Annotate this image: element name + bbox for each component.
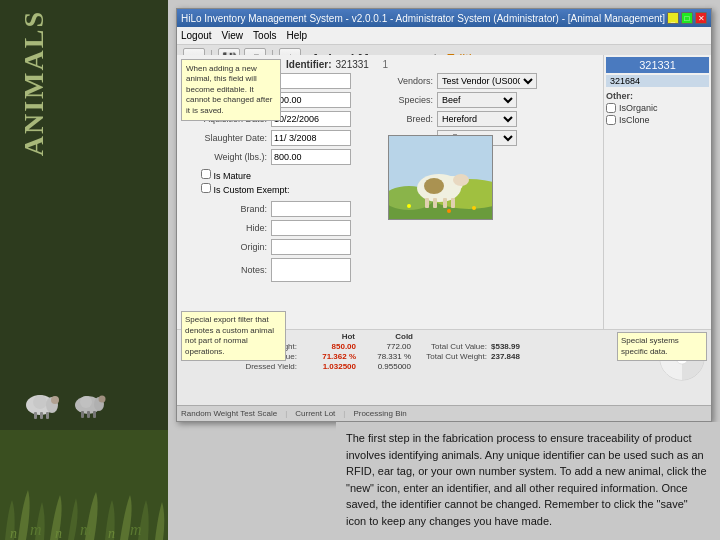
dressed-yield-hot: 1.032500 — [301, 362, 356, 371]
breed-row: Breed: Hereford — [387, 111, 599, 127]
brand-input[interactable] — [271, 201, 351, 217]
window-title: HiLo Inventory Management System - v2.0.… — [181, 13, 667, 24]
animal-image — [388, 135, 493, 220]
special-note-right-text: Special systems specific data. — [621, 336, 679, 355]
weight-input[interactable] — [271, 149, 351, 165]
svg-rect-6 — [46, 412, 49, 419]
nais-input[interactable] — [271, 73, 351, 89]
svg-point-28 — [453, 174, 469, 186]
notes-textarea[interactable] — [271, 258, 351, 282]
is-clone-checkbox[interactable] — [606, 115, 616, 125]
origin-row: Origin: — [181, 239, 381, 255]
identifier-row: Identifier: 321331 1 — [286, 59, 599, 70]
sheep-icon-1 — [20, 390, 60, 420]
sheep-icon-2 — [68, 390, 108, 420]
svg-point-8 — [80, 396, 92, 408]
slaughter-date-row: Slaughter Date: — [181, 130, 381, 146]
menu-item-tools[interactable]: Tools — [253, 30, 276, 41]
menu-item-help[interactable]: Help — [286, 30, 307, 41]
svg-point-3 — [51, 396, 59, 404]
is-mature-checkbox[interactable] — [201, 169, 211, 179]
origin-input[interactable] — [271, 239, 351, 255]
breed-label: Breed: — [387, 114, 437, 124]
svg-text:n: n — [55, 526, 62, 540]
species-row: Species: Beef — [387, 92, 599, 108]
is-organic-row: IsOrganic — [606, 103, 709, 113]
species-label: Species: — [387, 95, 437, 105]
svg-rect-32 — [443, 198, 447, 208]
total-carcass-hot: 850.00 — [301, 342, 356, 351]
svg-point-34 — [407, 204, 411, 208]
brand-row: Brand: — [181, 201, 381, 217]
svg-rect-5 — [40, 412, 43, 419]
other-label: Other: — [606, 91, 709, 101]
hot-header: Hot — [297, 332, 355, 341]
svg-point-35 — [472, 206, 476, 210]
total-cut-value-label: Total Cut Value: — [411, 342, 491, 351]
close-button[interactable]: ✕ — [695, 12, 707, 24]
title-bar: HiLo Inventory Management System - v2.0.… — [177, 9, 711, 27]
weight-row: Weight (lbs.): — [181, 149, 381, 165]
total-red-meat-cold: 78.331 % — [356, 352, 411, 361]
svg-text:n: n — [108, 526, 115, 540]
is-clone-row: IsClone — [606, 115, 709, 125]
svg-text:m: m — [80, 521, 92, 538]
is-clone-label: IsClone — [619, 115, 650, 125]
vendors-row: Vendors: Test Vendor (US00001 — [387, 73, 599, 89]
tooltip-text: When adding a new animal, this field wil… — [186, 64, 272, 115]
cold-header: Cold — [355, 332, 413, 341]
notes-label: Notes: — [181, 265, 271, 275]
totals-row-3: Dressed Yield: 1.032500 0.955000 — [181, 362, 707, 371]
species-select[interactable]: Beef — [437, 92, 517, 108]
tooltip-new-animal: When adding a new animal, this field wil… — [181, 59, 281, 121]
svg-rect-13 — [93, 411, 96, 418]
identifier-value: 321331 — [336, 59, 369, 70]
status-item-1: Random Weight Test Scale — [181, 409, 277, 418]
app-window: HiLo Inventory Management System - v2.0.… — [176, 8, 712, 422]
title-bar-buttons: _ □ ✕ — [667, 12, 707, 24]
form-right-col: Vendors: Test Vendor (US00001 Species: B… — [387, 73, 599, 285]
slaughter-date-input[interactable] — [271, 130, 351, 146]
menu-bar: Logout View Tools Help — [177, 27, 711, 45]
total-red-meat-hot: 71.362 % — [301, 352, 356, 361]
is-custom-exempt-row: Is Custom Exempt: — [181, 183, 381, 195]
special-note-text: Special export filter that denotes a cus… — [185, 315, 274, 355]
svg-rect-30 — [425, 198, 429, 208]
vendors-select[interactable]: Test Vendor (US00001 — [437, 73, 537, 89]
animal-id-field: 1 — [377, 59, 388, 70]
identifier-label: Identifier: — [286, 59, 332, 70]
brand-section: Brand: Hide: Origin: Notes: — [181, 201, 381, 282]
svg-text:m: m — [30, 521, 42, 538]
maximize-button[interactable]: □ — [681, 12, 693, 24]
aquisition-date-input[interactable] — [271, 111, 351, 127]
status-sep-2: | — [343, 409, 345, 418]
status-item-2: Current Lot — [295, 409, 335, 418]
svg-rect-11 — [81, 411, 84, 418]
status-sep-1: | — [285, 409, 287, 418]
svg-point-36 — [447, 209, 451, 213]
hide-label: Hide: — [181, 223, 271, 233]
sidebar-title: ANIMALS — [18, 10, 50, 156]
vendors-label: Vendors: — [387, 76, 437, 86]
is-mature-row: Is Mature — [181, 169, 381, 181]
total-cut-weight: 237.848 — [491, 352, 520, 361]
menu-item-view[interactable]: View — [222, 30, 244, 41]
primary-id-box: 321331 — [606, 57, 709, 73]
total-carcass-cold: 772.00 — [356, 342, 411, 351]
dressed-yield-cold: 0.955000 — [356, 362, 411, 371]
sidebar: ANIMALS — [0, 0, 168, 540]
notes-row: Notes: — [181, 258, 381, 282]
aquisition-price-input[interactable] — [271, 92, 351, 108]
svg-point-1 — [33, 395, 47, 409]
secondary-id-item: 321684 — [606, 75, 709, 87]
status-item-3: Processing Bin — [353, 409, 406, 418]
menu-item-logout[interactable]: Logout — [181, 30, 212, 41]
is-organic-checkbox[interactable] — [606, 103, 616, 113]
weight-label: Weight (lbs.): — [181, 152, 271, 162]
svg-rect-4 — [34, 412, 37, 419]
hide-input[interactable] — [271, 220, 351, 236]
is-custom-exempt-checkbox[interactable] — [201, 183, 211, 193]
breed-select[interactable]: Hereford — [437, 111, 517, 127]
minimize-button[interactable]: _ — [667, 12, 679, 24]
svg-text:n: n — [10, 526, 17, 540]
